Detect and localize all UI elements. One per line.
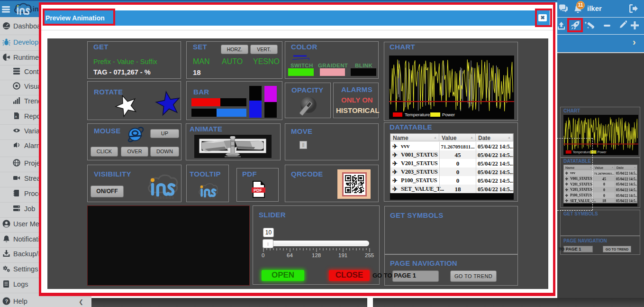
svg-text:inscada: inscada — [203, 196, 216, 199]
svg-text:Power: Power — [598, 150, 607, 154]
svg-text:Temperature: Temperature — [405, 112, 430, 117]
svg-text:Power: Power — [442, 112, 455, 117]
svg-text:A: A — [15, 115, 18, 118]
svg-text:inscada: inscada — [154, 195, 174, 199]
svg-text:Temperature: Temperature — [573, 150, 590, 154]
svg-text:?: ? — [5, 298, 9, 304]
svg-text:PDF: PDF — [254, 188, 263, 193]
